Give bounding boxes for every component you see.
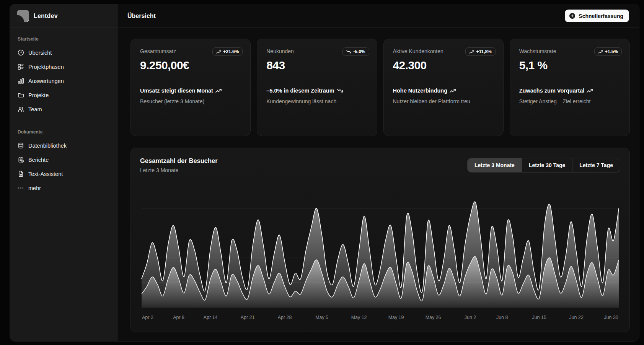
app-window: Lentdev StartseiteÜbersichtProjektphasen… xyxy=(10,4,639,342)
stat-card-2: Aktive Kundenkonten+11,8%42.300Hohe Nutz… xyxy=(383,39,504,136)
stat-card-footer: Zuwachs zum VorquartalStetiger Anstieg –… xyxy=(519,86,620,106)
svg-text:Jun 22: Jun 22 xyxy=(569,315,583,320)
svg-text:Apr 2: Apr 2 xyxy=(142,315,153,320)
stat-card-footer-title: Zuwachs zum Vorquartal xyxy=(519,88,585,94)
trending-up-icon xyxy=(213,88,222,94)
sidebar: Lentdev StartseiteÜbersichtProjektphasen… xyxy=(10,4,117,341)
brand-name: Lentdev xyxy=(34,13,58,20)
svg-text:Apr 8: Apr 8 xyxy=(173,315,184,320)
stat-card-3: Wachstumsrate+1.5%5,1 %Zuwachs zum Vorqu… xyxy=(510,39,630,136)
sidebar-item-label: Projektphasen xyxy=(28,64,64,70)
svg-text:May 5: May 5 xyxy=(315,315,328,320)
stat-card-label: Gesamtumsatz xyxy=(140,47,203,56)
chart-subtitle: Letzte 3 Monate xyxy=(140,167,218,173)
visitors-chart-card: Gesamtzahl der Besucher Letzte 3 Monate … xyxy=(130,148,630,332)
stat-card-footer-title: Umsatz steigt diesen Monat xyxy=(140,88,213,94)
folder-icon xyxy=(18,92,24,98)
trending-up-icon xyxy=(584,88,593,94)
page-title: Übersicht xyxy=(127,13,156,20)
stat-card-label: Neukunden xyxy=(266,47,329,56)
database-icon xyxy=(18,142,24,149)
sidebar-item-team[interactable]: Team xyxy=(15,102,112,116)
dashboard-icon xyxy=(18,49,24,56)
svg-text:Jun 2: Jun 2 xyxy=(465,315,476,320)
circle-plus-icon xyxy=(569,13,576,19)
chart-range-tab-0[interactable]: Letzte 3 Monate xyxy=(468,158,522,172)
brand-logo-icon xyxy=(17,10,29,22)
trending-up-icon xyxy=(469,50,474,54)
trending-up-icon xyxy=(216,50,221,54)
stat-card-footer-title: –5.0% in diesem Zeitraum xyxy=(266,88,334,94)
trending-up-icon xyxy=(447,88,456,94)
sidebar-item-projektphasen[interactable]: Projektphasen xyxy=(15,60,112,74)
sidebar-item-label: Datenbibliothek xyxy=(28,143,67,149)
file-word-icon xyxy=(18,171,24,177)
sidebar-item-label: Übersicht xyxy=(28,50,52,56)
stat-card-footer-sub: Kundengewinnung lässt nach xyxy=(266,98,367,106)
svg-text:May 19: May 19 xyxy=(388,315,404,320)
trend-badge: +21.6% xyxy=(212,47,243,56)
sidebar-item-label: Berichte xyxy=(28,157,49,163)
trend-badge: -5.0% xyxy=(342,47,369,56)
stat-card-label: Wachstumsrate xyxy=(519,47,582,56)
sidebar-item-mehr[interactable]: mehr xyxy=(15,181,112,195)
chart-title: Gesamtzahl der Besucher xyxy=(140,157,218,164)
svg-text:May 26: May 26 xyxy=(426,315,441,320)
stat-card-footer: –5.0% in diesem ZeitraumKundengewinnung … xyxy=(266,86,367,106)
content: Gesamtumsatz+21.6%9.250,00€Umsatz steigt… xyxy=(117,28,639,341)
svg-text:Jun 8: Jun 8 xyxy=(496,315,508,320)
sidebar-item-text-assistent[interactable]: Text-Assistent xyxy=(15,167,112,181)
main-area: Übersicht Schnellerfassung Gesamtumsatz+… xyxy=(117,4,639,341)
sidebar-nav: StartseiteÜbersichtProjektphasenAuswertu… xyxy=(10,28,117,200)
chart-range-tab-1[interactable]: Letzte 30 Tage xyxy=(522,158,572,172)
chart-range-tabs: Letzte 3 MonateLetzte 30 TageLetzte 7 Ta… xyxy=(467,158,620,172)
sidebar-item-label: Projekte xyxy=(28,92,49,98)
trending-down-icon xyxy=(346,50,351,54)
sidebar-item-auswertungen[interactable]: Auswertungen xyxy=(15,74,112,88)
sidebar-item-berichte[interactable]: Berichte xyxy=(15,153,112,167)
svg-text:Apr 21: Apr 21 xyxy=(241,315,255,320)
stat-card-value: 5,1 % xyxy=(519,59,620,72)
sidebar-group-startseite: StartseiteÜbersichtProjektphasenAuswertu… xyxy=(15,33,112,116)
stat-card-value: 42.300 xyxy=(393,59,494,72)
stat-card-footer: Hohe NutzerbindungNutzer bleiben der Pla… xyxy=(393,86,494,106)
trend-badge-value: +11,8% xyxy=(476,49,491,54)
area-chart[interactable]: Apr 2Apr 8Apr 14Apr 21Apr 28May 5May 12M… xyxy=(140,182,620,325)
stat-card-label: Aktive Kundenkonten xyxy=(393,47,456,56)
report-icon xyxy=(18,156,24,163)
stat-card-0: Gesamtumsatz+21.6%9.250,00€Umsatz steigt… xyxy=(130,39,251,136)
sidebar-item-label: mehr xyxy=(28,185,41,191)
sidebar-group-label: Dokumente xyxy=(15,126,112,138)
chart-range-tab-2[interactable]: Letzte 7 Tage xyxy=(572,158,620,172)
trend-badge: +1.5% xyxy=(594,47,622,56)
quick-entry-button[interactable]: Schnellerfassung xyxy=(565,10,629,22)
sidebar-item-projekte[interactable]: Projekte xyxy=(15,88,112,102)
stat-card-footer-title: Hohe Nutzerbindung xyxy=(393,88,448,94)
trending-up-icon xyxy=(598,50,603,54)
stat-card-footer-sub: Nutzer bleiben der Plattform treu xyxy=(393,98,494,106)
svg-text:Jun 15: Jun 15 xyxy=(532,315,546,320)
sidebar-item-datenbibliothek[interactable]: Datenbibliothek xyxy=(15,138,112,153)
topbar: Übersicht Schnellerfassung xyxy=(117,4,639,28)
sidebar-group-dokumente: DokumenteDatenbibliothekBerichteText-Ass… xyxy=(15,126,112,195)
svg-text:Jun 30: Jun 30 xyxy=(604,315,618,320)
svg-text:Apr 14: Apr 14 xyxy=(204,315,218,320)
sidebar-item-übersicht[interactable]: Übersicht xyxy=(15,46,112,60)
dots-icon xyxy=(18,185,24,191)
sidebar-item-label: Team xyxy=(28,106,42,112)
sidebar-item-label: Text-Assistent xyxy=(28,171,63,177)
area-chart-svg: Apr 2Apr 8Apr 14Apr 21Apr 28May 5May 12M… xyxy=(140,182,620,325)
stat-card-footer-sub: Besucher (letzte 3 Monate) xyxy=(140,98,241,106)
chart-header: Gesamtzahl der Besucher Letzte 3 Monate … xyxy=(140,157,620,173)
trend-badge-value: +1.5% xyxy=(605,49,618,54)
sidebar-item-label: Auswertungen xyxy=(28,78,64,84)
stat-cards-grid: Gesamtumsatz+21.6%9.250,00€Umsatz steigt… xyxy=(130,39,630,136)
sidebar-group-label: Startseite xyxy=(15,33,112,46)
users-icon xyxy=(18,106,24,112)
stat-card-1: Neukunden-5.0%843–5.0% in diesem Zeitrau… xyxy=(257,39,377,136)
sidebar-header[interactable]: Lentdev xyxy=(10,4,117,28)
stat-card-footer: Umsatz steigt diesen MonatBesucher (letz… xyxy=(140,86,241,106)
trend-badge-value: -5.0% xyxy=(353,49,365,54)
quick-entry-label: Schnellerfassung xyxy=(579,13,623,19)
trend-badge-value: +21.6% xyxy=(223,49,239,54)
